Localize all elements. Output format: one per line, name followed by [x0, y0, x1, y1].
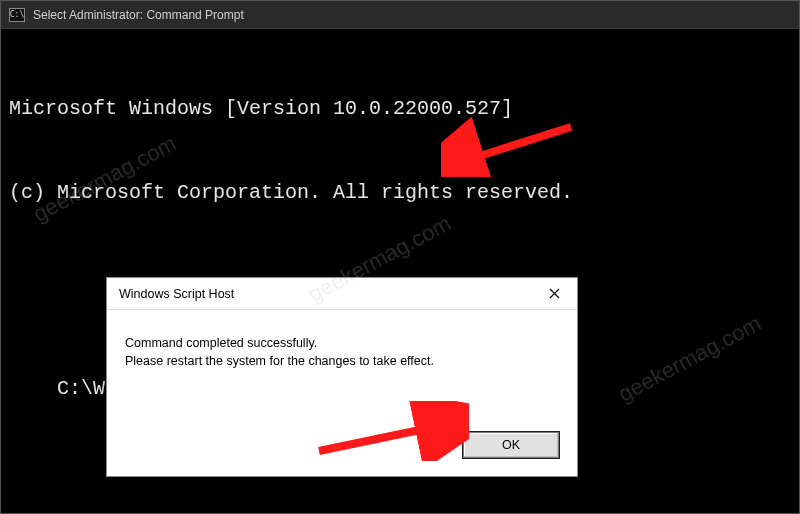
dialog-titlebar: Windows Script Host [107, 278, 577, 310]
titlebar: C:\ Select Administrator: Command Prompt [1, 1, 799, 29]
window-title: Select Administrator: Command Prompt [33, 8, 244, 22]
cmd-app-icon: C:\ [9, 8, 25, 22]
dialog-message-line: Command completed successfully. [125, 334, 559, 352]
output-line: Microsoft Windows [Version 10.0.22000.52… [9, 95, 791, 123]
blank-line [9, 487, 791, 514]
dialog-footer: OK [107, 424, 577, 476]
dialog-title: Windows Script Host [119, 287, 234, 301]
script-host-dialog: Windows Script Host Command completed su… [106, 277, 578, 477]
close-icon[interactable] [531, 278, 577, 309]
dialog-message-line: Please restart the system for the change… [125, 352, 559, 370]
ok-button[interactable]: OK [463, 432, 559, 458]
dialog-body: Command completed successfully. Please r… [107, 310, 577, 424]
output-line: (c) Microsoft Corporation. All rights re… [9, 179, 791, 207]
